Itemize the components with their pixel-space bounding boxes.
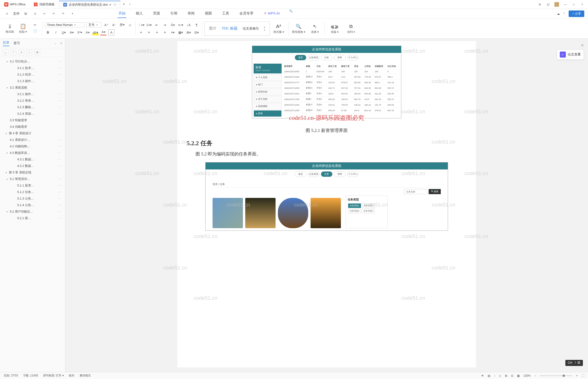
tab-document[interactable]: W 企业内管信息化系统论文.doc ● × [59, 1, 120, 8]
avatar-icon[interactable] [554, 2, 559, 7]
search-icon[interactable]: 🔍 [289, 9, 294, 18]
undo-icon[interactable]: ↶ [50, 11, 57, 17]
sys-side-item[interactable]: ▸ 薪资 [254, 110, 282, 117]
toc-item[interactable]: 4.2 功能结构…⋯ [0, 143, 65, 150]
format-painter-icon[interactable]: ⫌ [7, 23, 13, 29]
sys-side-item[interactable]: ▸ 个人信息 [254, 74, 282, 81]
zoom-level[interactable]: 130% [523, 374, 531, 377]
redo-icon[interactable]: ↷ [60, 11, 66, 17]
tab-tools[interactable]: 工具 [221, 9, 230, 18]
tab-review[interactable]: 审阅 [187, 9, 196, 18]
toc-item[interactable]: 4.1 系统设计…⋯ [0, 137, 65, 143]
toc-item[interactable]: ▾第 5 章 系统实现 [0, 169, 65, 176]
word-count[interactable]: 字数: 11430 [23, 374, 38, 378]
toc-item[interactable]: 3.2.1 操作…⋯ [0, 91, 65, 97]
font-color-icon[interactable]: A▾ [100, 29, 106, 35]
minimize-icon[interactable]: — [563, 2, 568, 7]
distribute-icon[interactable]: ≡▾ [170, 29, 176, 35]
toc-item[interactable]: ▾5.2 用户功能实…⋯ [0, 208, 65, 215]
show-marks-icon[interactable]: ¶ [193, 22, 200, 28]
zoom-slider[interactable] [540, 375, 572, 376]
toc-item[interactable]: 3.1.1 技术…⋯ [0, 65, 65, 71]
collapse-ribbon-icon[interactable]: ⌃ [563, 12, 565, 16]
decrease-indent-icon[interactable]: ⇤ [154, 22, 160, 28]
tab-template[interactable]: D 找稻壳模板 [30, 1, 59, 8]
align-right-icon[interactable]: ≡ [154, 29, 160, 35]
view-print-icon[interactable]: ⊞ [505, 374, 507, 377]
task-search-input[interactable] [404, 189, 427, 194]
clear-format-icon[interactable]: ◇ [127, 22, 133, 28]
task-card[interactable] [213, 198, 243, 228]
tab-insert[interactable]: 插入 [135, 9, 144, 18]
toc-item[interactable]: 5.1.1 薪资…⋯ [0, 182, 65, 189]
collapse-all-icon[interactable]: ⌄ [3, 50, 8, 55]
ime-indicator[interactable]: CH ☽ 简 [565, 360, 583, 366]
sidebar-tab-toc[interactable]: 目录 [3, 41, 9, 46]
save-icon[interactable]: 🖫 [22, 11, 29, 17]
text-effect-icon[interactable]: A▾ [84, 29, 91, 35]
new-tab-button[interactable]: + [120, 2, 128, 7]
close-icon[interactable]: × [580, 2, 584, 7]
toc-item[interactable]: 3.1.2 经济…⋯ [0, 71, 65, 78]
toc-item[interactable]: 5.1.3 公告…⋯ [0, 195, 65, 202]
sys-side-item[interactable]: ▸ 薪资列表 [254, 89, 282, 95]
tab-menu-icon[interactable]: ▾ [129, 3, 131, 6]
bold-icon[interactable]: B [45, 29, 51, 35]
toc-item[interactable]: ▾3.2 系统流程 [0, 84, 65, 91]
sidebar-close-icon[interactable]: × [60, 41, 62, 46]
view-ruler-icon[interactable]: ↕ [494, 374, 495, 377]
view-web-icon[interactable]: ⊡ [511, 374, 513, 377]
plagiarism-check-button[interactable]: ✓ 论文查重 [557, 49, 584, 60]
find-replace-button[interactable]: 🔍 查找替换 ▾ [291, 23, 306, 34]
style-set-button[interactable]: Aᴬ 样式集 ▾ [271, 23, 286, 34]
toc-item[interactable]: 5.1.2 任务…⋯ [0, 189, 65, 195]
align-center-icon[interactable]: ≡ [146, 29, 152, 35]
cut-icon[interactable]: ✂ [32, 22, 38, 28]
type-tag[interactable]: 任务类型3 [362, 209, 375, 213]
underline-icon[interactable]: U▾ [61, 29, 67, 35]
file-menu[interactable]: 文件 [13, 12, 20, 16]
sys-nav-item[interactable]: 首页 [295, 171, 306, 177]
toc-item[interactable]: ▾4.3 数据库设…⋯ [0, 150, 65, 156]
shading-icon[interactable]: ▦▾ [178, 29, 184, 35]
view-eye-icon[interactable]: 👁 [481, 374, 484, 377]
toc-item[interactable]: ▾3.1 可行性分…⋯ [0, 58, 65, 65]
task-card[interactable] [278, 198, 308, 228]
number-list-icon[interactable]: 1≡▾ [146, 22, 152, 28]
toc-item[interactable]: 3.3 性能需求 [0, 117, 65, 124]
select-button[interactable]: ↖ 选择 ▾ [307, 23, 322, 34]
increase-indent-icon[interactable]: ⇥ [162, 22, 168, 28]
sidebar-tab-chapter[interactable]: 章节 [14, 41, 20, 46]
window-multi-icon[interactable]: ⧉ [538, 2, 542, 7]
tab-close-icon[interactable]: × [114, 3, 116, 7]
border-icon[interactable]: ⊞▾ [185, 29, 192, 35]
zoom-in-icon[interactable]: + [576, 374, 578, 377]
style-toc[interactable]: TOC 标题 [222, 26, 237, 31]
expand-all-icon[interactable]: ⌃ [11, 50, 16, 55]
tab-reference[interactable]: 引用 [169, 9, 178, 18]
type-tag[interactable]: 任务类型1 [362, 204, 375, 208]
copy-icon[interactable]: 📄 [32, 28, 38, 34]
toc-item[interactable]: 4.3.2 数据…⋯ [0, 163, 65, 169]
toc-item[interactable]: 3.1.3 操作…⋯ [0, 78, 65, 84]
page-indicator[interactable]: 页面: 27/33 [4, 374, 18, 378]
char-border-icon[interactable]: A [108, 29, 114, 35]
sys-side-item[interactable]: ▸ 部门 [254, 81, 282, 88]
tab-page[interactable]: 页面 [152, 9, 161, 18]
remove-icon[interactable]: − [27, 50, 32, 55]
maximize-icon[interactable]: □ [572, 2, 576, 7]
toc-item[interactable]: ▾5.1 管理员功…⋯ [0, 176, 65, 182]
proof-status[interactable]: 校对 [69, 374, 74, 378]
tab-view[interactable]: 视图 [204, 9, 213, 18]
sys-nav-item[interactable]: 个人中心 [347, 171, 359, 177]
document-canvas[interactable]: ⋮⋮⋮⋮ code51.cn code51.cn code51.cn code5… [65, 39, 588, 372]
type-tag[interactable]: 任务类型4 [348, 204, 361, 208]
strike-icon[interactable]: A̶▾ [68, 29, 75, 35]
type-tag[interactable]: 任务类型2 [348, 209, 361, 213]
sort-icon[interactable]: ↓A [185, 22, 192, 28]
tab-start[interactable]: 开始 [118, 9, 126, 18]
compat-mode[interactable]: 兼容模式 [80, 374, 91, 378]
print-icon[interactable]: ⎙ [32, 11, 38, 17]
wps-ai-button[interactable]: ✦ WPS AI [263, 9, 281, 18]
text-direction-icon[interactable]: Ǎ▾ [170, 22, 176, 28]
